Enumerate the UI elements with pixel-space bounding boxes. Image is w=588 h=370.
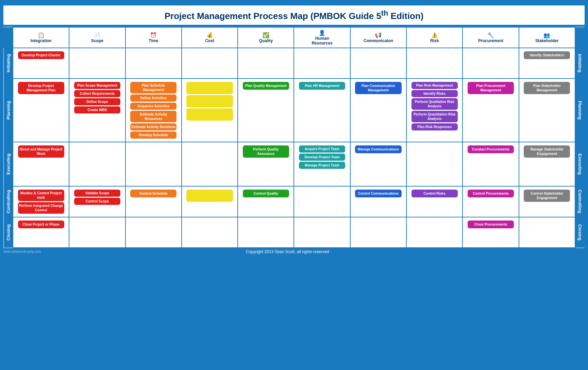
process-box-close-project: Close Project or Phase (18, 221, 64, 228)
cell-controlling-stakeholder: Control Stakeholder Engagement (519, 186, 575, 217)
phase-label-executing-left: Executing (3, 142, 13, 186)
process-box-develop-schedule: Develop Schedule (130, 131, 177, 139)
phase-label-closing-right: Closing (575, 217, 585, 248)
header-row: 📋Integration 📄Scope ⏰Time 💰Cost ✅Quality… (3, 27, 585, 48)
cell-executing-scope (69, 142, 125, 186)
col-header-scope: 📄Scope (69, 27, 125, 48)
process-box-estimate-durations: Estimate Activity Durations (130, 123, 177, 130)
process-box-integrated-change: Perform Integrated Change Control (18, 202, 64, 214)
cell-initiating-cost (182, 48, 238, 78)
process-box-develop-team: Develop Project Team (299, 154, 345, 161)
cell-initiating-integration: Develop Project Charter (13, 48, 69, 78)
cell-executing-communication: Manage Communications (350, 142, 406, 186)
cell-controlling-risk: Control Risks (406, 186, 463, 217)
process-box-control-risks: Control Risks (411, 190, 458, 197)
cell-initiating-procurement (463, 48, 519, 78)
cell-executing-risk (406, 142, 463, 186)
process-box-plan-quality: Plan Quality Management (243, 82, 289, 90)
cell-controlling-time: Control Schedule (125, 186, 182, 217)
col-header-risk: ⚠️Risk (406, 27, 463, 48)
col-header-hr: 👤HumanResources (294, 27, 350, 48)
cell-initiating-time (125, 48, 182, 78)
phase-planning-row: Planning Develop Project Management Plan… (3, 78, 585, 142)
cell-closing-communication (350, 217, 406, 248)
phase-label-planning-right: Planning (575, 78, 585, 142)
cell-closing-scope (69, 217, 125, 248)
process-box-identify-stakeholders: Identify Stakeholders (524, 51, 570, 59)
process-box-plan-hr: Plan HR Management (299, 82, 345, 90)
phase-label-planning-left: Planning (3, 78, 13, 142)
process-box-perform-quality: Perform Quality Assurance (243, 145, 289, 158)
cell-initiating-risk (406, 48, 463, 78)
process-box-estimate-resources: Estimate Activity Resources (130, 111, 177, 122)
cell-executing-stakeholder: Manage Stakeholder Engagement (519, 142, 575, 186)
cell-controlling-integration: Monitor & Control Project work Perform I… (13, 186, 69, 217)
process-box-qual-risk: Perform Qualitative Risk Analysis (411, 98, 458, 110)
process-box-develop-charter: Develop Project Charter (18, 51, 64, 59)
col-header-quality: ✅Quality (238, 27, 294, 48)
process-box-plan-stakeholder: Plan Stakeholder Management (524, 82, 570, 94)
process-box-control-comms: Control Communications (355, 190, 401, 197)
cell-executing-cost (182, 142, 238, 186)
cell-controlling-scope: Validate Scope Control Scope (69, 186, 125, 217)
process-box-collect-req: Collect Requirements (74, 90, 120, 97)
cell-planning-procurement: Plan Procurement Management (463, 78, 519, 142)
process-box-quant-risk: Perform Quantitative Risk Analysis (411, 111, 458, 122)
col-header-stakeholder: 👥Stakeholder (519, 27, 575, 48)
page-title: Project Management Process Map (PMBOK Gu… (3, 5, 585, 25)
cell-planning-scope: Plan Scope Management Collect Requiremen… (69, 78, 125, 142)
phase-label-executing-right: Executing (575, 142, 585, 186)
cell-executing-integration: Direct and Manage Project Work (13, 142, 69, 186)
cell-executing-quality: Perform Quality Assurance (238, 142, 294, 186)
cell-planning-time: Plan Schedule Management Define Activiti… (125, 78, 182, 142)
process-box-validate-scope: Validate Scope (74, 190, 120, 197)
cell-initiating-scope (69, 48, 125, 78)
phase-label-initiating-left: Initiating (3, 48, 13, 78)
cell-planning-quality: Plan Quality Management (238, 78, 294, 142)
process-box-control-scope: Control Scope (74, 198, 120, 205)
process-box-plan-risk: Plan Risk Management (411, 82, 458, 89)
process-box-control-quality: Control Quality (243, 190, 289, 197)
process-box-develop-pm-plan: Develop Project Management Plan (18, 82, 64, 94)
process-box-plan-comm: Plan Communication Management (355, 82, 401, 94)
phase-executing-row: Executing Direct and Manage Project Work… (3, 142, 585, 186)
cell-planning-integration: Develop Project Management Plan (13, 78, 69, 142)
process-map-table: 📋Integration 📄Scope ⏰Time 💰Cost ✅Quality… (3, 27, 585, 248)
process-box-identify-risks: Identify Risks (411, 90, 458, 97)
cell-closing-quality (238, 217, 294, 248)
cell-controlling-quality: Control Quality (238, 186, 294, 217)
cell-initiating-communication (350, 48, 406, 78)
cell-planning-risk: Plan Risk Management Identify Risks Perf… (406, 78, 463, 142)
cell-planning-hr: Plan HR Management (294, 78, 350, 142)
cell-closing-stakeholder (519, 217, 575, 248)
cell-closing-risk (406, 217, 463, 248)
col-header-procurement: 🔧Procurement (463, 27, 519, 48)
process-box-plan-schedule: Plan Schedule Management (130, 82, 177, 93)
process-box-control-stakeholder: Control Stakeholder Engagement (524, 190, 570, 202)
cell-executing-time (125, 142, 182, 186)
phase-closing-row: Closing Close Project or Phase Close Pro… (3, 217, 585, 248)
copyright: Copyright 2013 Sean Scott, all rights re… (246, 249, 329, 254)
process-box-acquire-team: Acquire Project Team (299, 145, 345, 153)
process-box-conduct-procurements: Conduct Procurements (468, 145, 514, 153)
cell-initiating-quality (238, 48, 294, 78)
col-header-integration: 📋Integration (13, 27, 69, 48)
phase-label-closing-left: Closing (3, 217, 13, 248)
cell-planning-cost (182, 78, 238, 142)
watermark: www.seanscott-pmp.com (3, 250, 41, 253)
process-box-control-procurements: Control Procurements (468, 190, 514, 197)
phase-controlling-row: Controlling Monitor & Control Project wo… (3, 186, 585, 217)
cell-planning-communication: Plan Communication Management (350, 78, 406, 142)
cell-planning-stakeholder: Plan Stakeholder Management (519, 78, 575, 142)
phase-label-initiating-right: Initiating (575, 48, 585, 78)
col-header-communication: 📢Communicaton (350, 27, 406, 48)
cell-closing-hr (294, 217, 350, 248)
process-box-create-wbs: Create WBS (74, 106, 120, 113)
cell-closing-cost (182, 217, 238, 248)
process-box-monitor-control: Monitor & Control Project work (18, 190, 64, 201)
process-box-define-scope: Define Scope (74, 98, 120, 105)
cell-controlling-communication: Control Communications (350, 186, 406, 217)
cell-executing-hr: Acquire Project Team Develop Project Tea… (294, 142, 350, 186)
phase-initiating-row: Initiating Develop Project Charter Ident… (3, 48, 585, 78)
cell-executing-procurement: Conduct Procurements (463, 142, 519, 186)
